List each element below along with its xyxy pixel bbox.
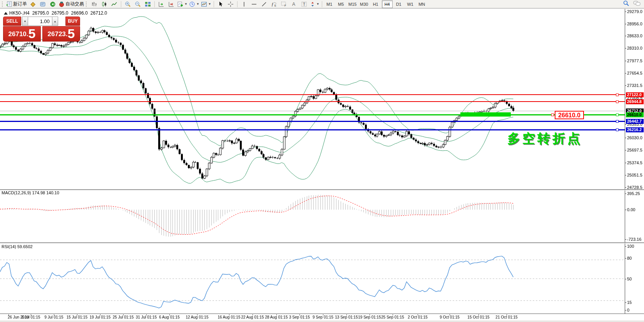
bar-chart-icon — [91, 1, 97, 7]
price-axis-border — [625, 9, 625, 314]
svg-text:ƒ: ƒ — [271, 2, 274, 7]
buy-price-button[interactable]: 26723.5 — [42, 26, 80, 42]
dropdown-arrow-icon: ▼ — [184, 2, 187, 6]
rsi-pane-separator[interactable] — [0, 242, 644, 244]
line-chart-icon — [111, 1, 117, 7]
signals-icon — [50, 1, 56, 7]
rsi-label: RSI(14) 59.6502 — [2, 244, 33, 249]
one-click-trading-panel: SELL ▼ 1.00 ▲ BUY 26710.5 26723.5 — [3, 17, 80, 42]
timeframe-button-m30[interactable]: M30 — [359, 0, 370, 8]
svg-text:T: T — [303, 2, 305, 7]
signals-button[interactable] — [48, 0, 58, 8]
new-order-label: 新订单 — [13, 1, 27, 7]
line-chart-button[interactable] — [109, 0, 119, 8]
volume-input[interactable]: 1.00 — [28, 17, 52, 26]
search-icon[interactable] — [623, 0, 629, 8]
text-label-button[interactable]: T — [299, 0, 309, 8]
time-axis-separator — [0, 314, 644, 314]
price-axis-background — [625, 9, 644, 314]
periods-button[interactable]: ▼ — [188, 0, 200, 8]
templates-icon — [201, 1, 207, 7]
price-annotation[interactable]: 26610.0 — [555, 111, 584, 119]
horizontal-line-icon — [251, 1, 257, 7]
fibonacci-button[interactable]: F — [279, 0, 289, 8]
toolbar: 新订单 自动交易 ▼ ▼ ▼ ƒE F A T ▼ — [0, 0, 644, 8]
high-value: 26795.0 — [52, 10, 68, 16]
timeframe-button-h1[interactable]: H1 — [370, 0, 381, 8]
horizontal-line-button[interactable] — [249, 0, 259, 8]
timeframe-button-mn[interactable]: MN — [417, 0, 427, 8]
zoom-in-icon — [125, 1, 131, 7]
auto-scroll-button[interactable] — [156, 0, 166, 8]
arrows-button[interactable]: ▼ — [309, 0, 320, 8]
volume-increase-button[interactable]: ▲ — [52, 17, 58, 26]
zoom-out-button[interactable] — [133, 0, 143, 8]
toolbar-separator — [322, 1, 322, 7]
equidistant-channel-button[interactable]: ƒE — [269, 0, 279, 8]
time-axis[interactable] — [0, 314, 644, 320]
sell-price-button[interactable]: 26710.5 — [3, 26, 41, 42]
text-button[interactable]: A — [289, 0, 299, 8]
autotrading-button[interactable]: 自动交易 — [58, 0, 85, 8]
tile-windows-icon — [145, 1, 151, 7]
timeframe-button-h4[interactable]: H4 — [382, 0, 393, 8]
toolbar-separator — [214, 1, 214, 7]
toolbar-grip — [86, 2, 88, 7]
cursor-button[interactable] — [216, 0, 226, 8]
collapse-panel-arrow-icon[interactable] — [4, 12, 8, 15]
symbol-period-label: HK50-,H4 — [9, 10, 30, 16]
ohlc-header: HK50-,H426795.026795.026696.026712.0 — [9, 10, 110, 16]
dropdown-arrow-icon: ▼ — [196, 2, 199, 6]
sell-price-main: 26710. — [8, 28, 28, 40]
toolbar-separator — [121, 1, 121, 7]
volume-decrease-button[interactable]: ▼ — [22, 17, 28, 26]
vertical-line-icon — [241, 1, 247, 7]
turning-point-annotation[interactable]: 多空转折点 — [507, 130, 582, 147]
market-watch-button[interactable] — [28, 0, 38, 8]
zoom-in-button[interactable] — [123, 0, 133, 8]
vertical-line-button[interactable] — [239, 0, 249, 8]
sell-button[interactable]: SELL — [3, 17, 21, 26]
macd-pane-separator[interactable] — [0, 189, 644, 190]
toolbar-grip — [2, 2, 4, 7]
timeframe-button-w1[interactable]: W1 — [405, 0, 416, 8]
autotrading-label: 自动交易 — [65, 1, 84, 7]
arrows-icon — [310, 1, 315, 7]
new-order-icon — [6, 1, 12, 7]
candlestick-button[interactable] — [99, 0, 109, 8]
sell-price-fraction: 5 — [28, 27, 36, 40]
annotation-anchor-handle[interactable] — [551, 113, 554, 116]
macd-label: MACD(12,26,9) 174.98 140.10 — [2, 190, 59, 195]
terminal-button[interactable] — [38, 0, 48, 8]
buy-price-fraction: 5 — [68, 27, 75, 40]
chart-plot-area[interactable] — [0, 9, 625, 314]
candlestick-icon — [101, 1, 107, 7]
bar-chart-button[interactable] — [89, 0, 99, 8]
timeframe-button-m1[interactable]: M1 — [324, 0, 335, 8]
tile-windows-button[interactable] — [143, 0, 153, 8]
volume-stepper: ▼ 1.00 ▲ — [22, 17, 58, 26]
green-highlight-zone[interactable] — [460, 112, 511, 117]
toolbar-separator — [237, 1, 238, 7]
crosshair-icon — [227, 1, 234, 7]
low-value: 26696.0 — [71, 10, 87, 16]
cursor-icon — [217, 1, 224, 7]
templates-button[interactable]: ▼ — [200, 0, 212, 8]
chart-shift-button[interactable] — [166, 0, 176, 8]
timeframe-button-d1[interactable]: D1 — [393, 0, 404, 8]
timeframe-button-m5[interactable]: M5 — [336, 0, 346, 8]
chat-icon[interactable] — [633, 0, 641, 8]
terminal-icon — [40, 1, 46, 7]
crosshair-button[interactable] — [226, 0, 236, 8]
mt4-window: 新订单 自动交易 ▼ ▼ ▼ ƒE F A T ▼ — [0, 0, 644, 322]
timeframe-button-m15[interactable]: M15 — [347, 0, 358, 8]
text-label-icon: T — [301, 1, 307, 7]
buy-button[interactable]: BUY — [65, 17, 80, 26]
periods-icon — [189, 1, 195, 7]
chart-shift-icon — [168, 1, 174, 7]
indicators-button[interactable]: ▼ — [176, 0, 188, 8]
new-order-button[interactable]: 新订单 — [5, 0, 28, 8]
equidistant-channel-icon: ƒE — [271, 1, 278, 7]
trendline-button[interactable] — [259, 0, 269, 8]
indicators-icon — [177, 1, 183, 7]
